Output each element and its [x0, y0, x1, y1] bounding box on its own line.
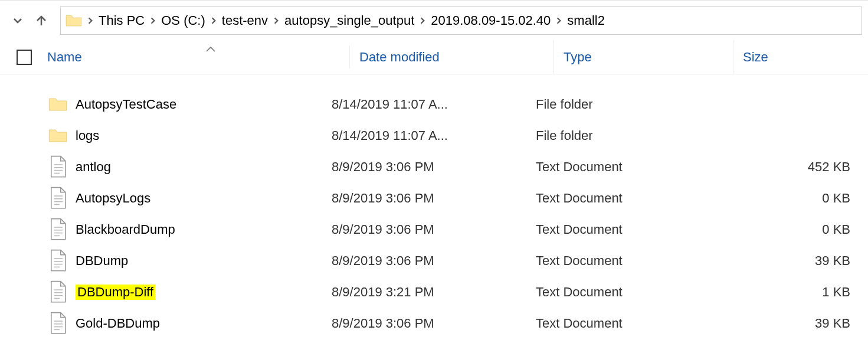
file-date: 8/9/2019 3:06 PM — [322, 253, 526, 269]
column-header-row: Name Date modified Type Size — [0, 40, 868, 74]
chevron-right-icon[interactable] — [417, 17, 428, 24]
file-name: antlog — [76, 159, 111, 175]
column-type-label: Type — [564, 50, 592, 65]
file-name-cell: Gold-DBDump — [48, 314, 322, 333]
file-date: 8/9/2019 3:21 PM — [322, 285, 526, 300]
breadcrumb-item[interactable]: This PC — [96, 7, 147, 34]
column-size-label: Size — [743, 50, 768, 65]
file-row[interactable]: BlackboardDump8/9/2019 3:06 PMText Docum… — [0, 214, 868, 245]
file-size: 0 KB — [706, 191, 868, 206]
file-type: File folder — [526, 128, 706, 143]
chevron-right-icon[interactable] — [147, 17, 159, 24]
file-size: 452 KB — [706, 159, 868, 175]
file-size: 1 KB — [706, 285, 868, 300]
chevron-right-icon[interactable] — [553, 17, 565, 24]
file-row[interactable]: DBDump-Diff8/9/2019 3:21 PMText Document… — [0, 276, 868, 308]
column-type[interactable]: Type — [554, 40, 733, 74]
file-name: AutopsyLogs — [76, 191, 150, 206]
file-list: AutopsyTestCase8/14/2019 11:07 A...File … — [0, 74, 868, 339]
breadcrumb-item[interactable]: test-env — [220, 7, 270, 34]
select-all-checkbox[interactable] — [17, 50, 32, 65]
breadcrumb-item[interactable]: small2 — [565, 7, 607, 34]
file-name: Gold-DBDump — [76, 316, 160, 331]
column-date-label: Date modified — [359, 50, 440, 65]
sort-ascending-icon — [205, 41, 216, 57]
file-row[interactable]: Gold-DBDump8/9/2019 3:06 PMText Document… — [0, 308, 868, 339]
file-type: Text Document — [526, 285, 706, 300]
file-date: 8/9/2019 3:06 PM — [322, 222, 526, 237]
file-date: 8/9/2019 3:06 PM — [322, 191, 526, 206]
file-name: DBDump-Diff — [76, 285, 155, 300]
file-type: Text Document — [526, 253, 706, 269]
file-name: logs — [76, 128, 99, 143]
folder-icon — [48, 126, 67, 145]
file-name-cell: AutopsyTestCase — [48, 95, 322, 114]
file-date: 8/9/2019 3:06 PM — [322, 159, 526, 175]
file-name: AutopsyTestCase — [76, 97, 176, 112]
file-type: File folder — [526, 97, 706, 112]
chevron-right-icon[interactable] — [84, 17, 96, 24]
address-bar-row: This PC OS (C:) test-env autopsy_single_… — [0, 0, 868, 40]
breadcrumb-item[interactable]: autopsy_single_output — [282, 7, 417, 34]
column-name[interactable]: Name — [47, 40, 349, 74]
up-button[interactable] — [30, 9, 53, 32]
chevron-right-icon[interactable] — [208, 17, 220, 24]
file-type: Text Document — [526, 222, 706, 237]
text-file-icon — [48, 251, 67, 270]
breadcrumb-item[interactable]: OS (C:) — [159, 7, 208, 34]
file-type: Text Document — [526, 316, 706, 331]
file-name: DBDump — [76, 253, 128, 269]
file-row[interactable]: antlog8/9/2019 3:06 PMText Document452 K… — [0, 151, 868, 182]
column-name-label: Name — [47, 50, 82, 65]
breadcrumb-item[interactable]: 2019.08.09-15.02.40 — [428, 7, 553, 34]
recent-locations-dropdown[interactable] — [6, 9, 30, 32]
file-row[interactable]: DBDump8/9/2019 3:06 PMText Document39 KB — [0, 245, 868, 276]
file-name-cell: DBDump-Diff — [48, 283, 322, 302]
file-date: 8/14/2019 11:07 A... — [322, 97, 526, 112]
text-file-icon — [48, 158, 67, 177]
column-date[interactable]: Date modified — [350, 40, 554, 74]
folder-icon — [48, 95, 67, 114]
address-bar[interactable]: This PC OS (C:) test-env autopsy_single_… — [60, 6, 862, 35]
text-file-icon — [48, 189, 67, 208]
file-type: Text Document — [526, 191, 706, 206]
file-size: 39 KB — [706, 253, 868, 269]
text-file-icon — [48, 220, 67, 239]
chevron-right-icon[interactable] — [270, 17, 282, 24]
file-name-cell: logs — [48, 126, 322, 145]
file-name-cell: AutopsyLogs — [48, 189, 322, 208]
file-type: Text Document — [526, 159, 706, 175]
file-row[interactable]: AutopsyLogs8/9/2019 3:06 PMText Document… — [0, 182, 868, 214]
folder-icon — [65, 14, 82, 28]
file-row[interactable]: AutopsyTestCase8/14/2019 11:07 A...File … — [0, 89, 868, 120]
file-name-cell: BlackboardDump — [48, 220, 322, 239]
text-file-icon — [48, 283, 67, 302]
file-date: 8/14/2019 11:07 A... — [322, 128, 526, 143]
file-size: 0 KB — [706, 222, 868, 237]
column-size[interactable]: Size — [733, 40, 868, 74]
file-size: 39 KB — [706, 316, 868, 331]
file-name-cell: DBDump — [48, 251, 322, 270]
text-file-icon — [48, 314, 67, 333]
file-row[interactable]: logs8/14/2019 11:07 A...File folder — [0, 120, 868, 151]
file-name-cell: antlog — [48, 158, 322, 177]
file-date: 8/9/2019 3:06 PM — [322, 316, 526, 331]
file-name: BlackboardDump — [76, 222, 175, 237]
